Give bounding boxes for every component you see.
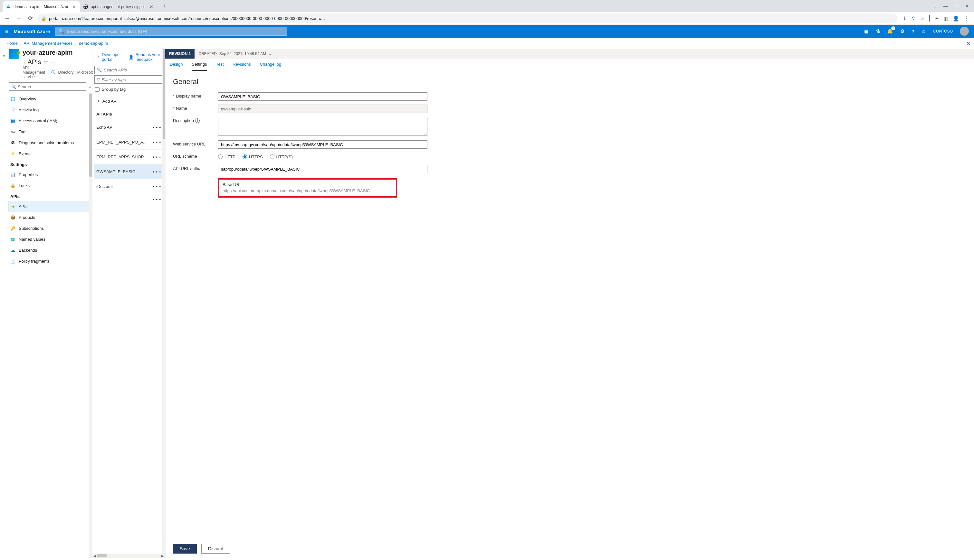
scroll-right-icon[interactable]: ▶ — [160, 554, 165, 558]
api-search[interactable]: 🔍 — [94, 66, 163, 74]
reload-button[interactable]: ⟳ — [26, 14, 35, 23]
group-by-tag-checkbox[interactable] — [95, 87, 100, 92]
api-item-menu-icon[interactable]: • • • — [153, 125, 161, 130]
api-list-item[interactable]: iDoc-xml• • • — [94, 179, 163, 194]
add-api-button[interactable]: ＋ Add API — [94, 94, 163, 108]
api-item-menu-icon[interactable]: • • • — [153, 169, 161, 174]
more-apis-icon[interactable]: • • • — [94, 194, 163, 205]
minimize-icon[interactable]: — — [943, 3, 948, 9]
notifications-icon[interactable]: 🔔1 — [887, 28, 893, 34]
nav-item[interactable]: 🔑Subscriptions — [8, 223, 92, 234]
breadcrumb-item[interactable]: demo-sap-apim — [79, 41, 108, 46]
api-item-menu-icon[interactable]: • • • — [153, 184, 161, 189]
avatar[interactable] — [960, 27, 969, 36]
hamburger-icon[interactable]: ≡ — [5, 28, 9, 35]
nav-item[interactable]: 🛠Diagnose and solve problems — [8, 137, 92, 148]
scroll-left-icon[interactable]: ◀ — [92, 554, 97, 558]
discard-button[interactable]: Discard — [201, 544, 230, 553]
browser-tab-inactive[interactable]: api-management-policy-snippet ✕ — [80, 1, 157, 12]
nav-item[interactable]: ☁Backends — [8, 245, 92, 255]
scrollbar-horizontal[interactable]: ◀ ▶ — [92, 553, 165, 558]
display-name-input[interactable] — [218, 92, 428, 101]
tab-design[interactable]: Design — [170, 62, 183, 71]
nav-item[interactable]: ▦Named values — [8, 234, 92, 245]
nav-item[interactable]: 📊Properties — [8, 169, 92, 180]
save-button[interactable]: Save — [173, 544, 197, 553]
nav-item[interactable]: 🏷Tags — [8, 126, 92, 137]
nav-item[interactable]: 👥Access control (IAM) — [8, 115, 92, 126]
nav-search[interactable]: 🔍 — [9, 82, 86, 91]
group-by-tag[interactable]: Group by tag — [94, 85, 163, 94]
collapse-nav-icon[interactable]: « — [89, 84, 91, 89]
brand-text[interactable]: Microsoft Azure — [14, 28, 50, 34]
info-icon[interactable]: ⓘ — [51, 70, 55, 75]
close-icon[interactable]: ✕ — [149, 4, 154, 9]
api-item-menu-icon[interactable]: • • • — [153, 140, 161, 145]
profile-dot-icon[interactable] — [929, 15, 930, 21]
nav-item[interactable]: 🌐Overview — [8, 93, 92, 104]
nav-item[interactable]: 📃Policy fragments — [8, 255, 92, 267]
developer-portal-link[interactable]: ↗Developer portal — [96, 52, 122, 62]
nav-item[interactable]: 🔒Locks — [8, 180, 92, 191]
tab-test[interactable]: Test — [216, 62, 224, 71]
nav-item[interactable]: 📄Activity log — [8, 104, 92, 115]
close-blade-icon[interactable]: ✕ — [966, 40, 971, 47]
api-list-item[interactable]: EPM_REF_APPS_PO_A...• • • — [94, 135, 163, 149]
scheme-https-radio[interactable] — [242, 155, 247, 159]
api-list-item[interactable]: EPM_REF_APPS_SHOP• • • — [94, 149, 163, 164]
address-bar[interactable]: 🔒 portal.azure.com/?feature.customportal… — [37, 13, 897, 23]
api-url-suffix-input[interactable] — [218, 165, 428, 173]
api-filter[interactable]: ▽ — [94, 75, 163, 84]
nav-item[interactable]: ➔APIs — [8, 201, 92, 212]
maximize-icon[interactable]: ▢ — [954, 3, 959, 9]
scheme-http-radio[interactable] — [218, 155, 222, 159]
api-list-item[interactable]: GWSAMPLE_BASIC• • • — [94, 164, 163, 179]
info-icon[interactable]: i — [195, 118, 200, 123]
nav-search-input[interactable] — [18, 84, 84, 89]
settings-icon[interactable]: ⚙ — [900, 28, 904, 34]
account-icon[interactable]: 👤 — [953, 15, 959, 22]
global-search-input[interactable] — [67, 29, 284, 34]
feedback-icon[interactable]: ☺ — [921, 28, 926, 34]
api-list-item[interactable]: Echo API• • • — [94, 120, 163, 135]
nav-item[interactable]: 📦Products — [8, 212, 92, 223]
new-tab-button[interactable]: + — [160, 2, 169, 11]
help-icon[interactable]: ? — [912, 28, 914, 34]
back-button[interactable]: ← — [3, 14, 12, 23]
description-input[interactable] — [218, 117, 428, 135]
favorite-star-icon[interactable]: ☆ — [44, 59, 48, 65]
tab-revisions[interactable]: Revisions — [232, 62, 251, 71]
chevron-down-icon[interactable]: ⌄ — [269, 52, 272, 56]
tab-settings[interactable]: Settings — [192, 62, 207, 71]
menu-icon[interactable]: ⋮ — [964, 15, 969, 22]
scheme-httpss-radio[interactable] — [270, 155, 274, 159]
all-apis-item[interactable]: All APIs — [94, 108, 163, 120]
collapse-global-nav[interactable]: » — [0, 49, 8, 558]
share-icon[interactable]: ⇪ — [911, 15, 916, 22]
nav-item[interactable]: ⚡Events — [8, 148, 92, 159]
scrollbar-vertical[interactable] — [89, 93, 92, 558]
forward-button[interactable]: → — [14, 14, 23, 23]
close-icon[interactable]: ✕ — [72, 4, 77, 9]
api-filter-input[interactable] — [102, 77, 161, 82]
extensions-icon[interactable]: ✦ — [935, 15, 939, 22]
tab-change-log[interactable]: Change log — [260, 62, 282, 71]
browser-tab-active[interactable]: demo-sap-apim - Microsoft Azur ✕ — [3, 1, 80, 12]
feedback-link[interactable]: 👤Send us your feedback — [129, 52, 163, 62]
global-search[interactable]: 🔍 — [55, 27, 287, 36]
api-item-menu-icon[interactable]: • • • — [153, 155, 161, 159]
tenant-label[interactable]: CONTOSO — [934, 29, 953, 33]
cloud-shell-icon[interactable]: ▣ — [864, 28, 869, 34]
filter-icon[interactable]: ⚗ — [876, 28, 880, 34]
revision-badge[interactable]: REVISION 1 — [165, 49, 195, 58]
install-icon[interactable]: ⤓ — [902, 15, 907, 22]
sidebar-icon[interactable]: ▥ — [943, 15, 948, 22]
scrollbar-thumb[interactable] — [97, 554, 107, 557]
more-icon[interactable]: ⋯ — [51, 59, 56, 65]
breadcrumb-home[interactable]: Home — [7, 41, 18, 46]
chrome-dropdown-icon[interactable]: ⌄ — [933, 3, 937, 9]
web-service-url-input[interactable] — [218, 140, 428, 149]
scrollbar-thumb[interactable] — [89, 93, 92, 177]
close-window-icon[interactable]: ✕ — [965, 3, 969, 9]
star-icon[interactable]: ☆ — [920, 15, 924, 22]
